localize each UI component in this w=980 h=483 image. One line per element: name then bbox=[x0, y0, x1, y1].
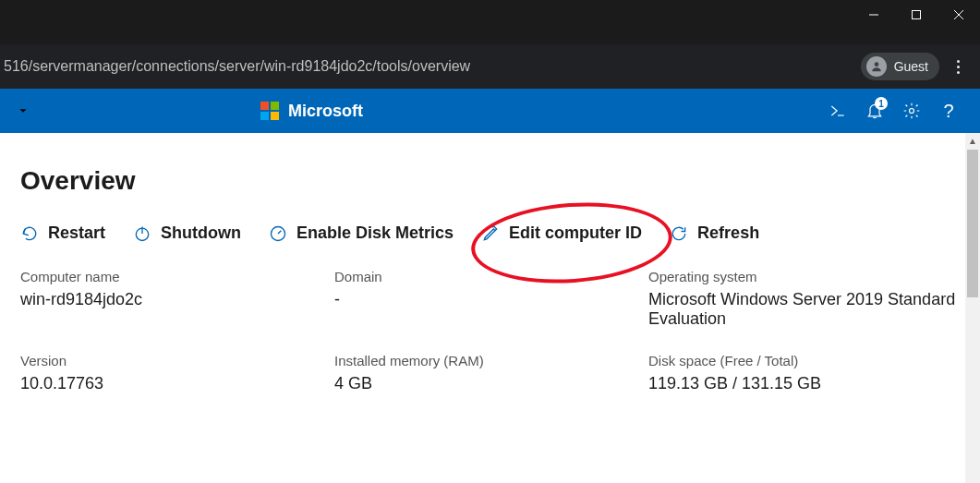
refresh-icon bbox=[670, 224, 688, 243]
terminal-icon bbox=[829, 102, 847, 120]
refresh-button[interactable]: Refresh bbox=[670, 223, 759, 243]
svg-line-11 bbox=[278, 230, 281, 233]
info-cell-installed-memory: Installed memory (RAM) 4 GB bbox=[334, 353, 648, 393]
scroll-up-arrow-icon[interactable]: ▲ bbox=[965, 133, 980, 148]
label-disk-space: Disk space (Free / Total) bbox=[648, 353, 960, 368]
label-computer-name: Computer name bbox=[20, 269, 334, 284]
browser-menu-button[interactable] bbox=[945, 60, 971, 74]
app-header: Microsoft 1 ? bbox=[0, 89, 980, 133]
help-button[interactable]: ? bbox=[930, 89, 967, 133]
info-cell-version: Version 10.0.17763 bbox=[20, 353, 334, 393]
restart-icon bbox=[20, 224, 39, 243]
info-cell-disk-space: Disk space (Free / Total) 119.13 GB / 13… bbox=[648, 353, 960, 393]
maximize-icon bbox=[911, 9, 922, 20]
gauge-icon bbox=[269, 224, 287, 243]
power-icon bbox=[133, 224, 151, 243]
profile-label: Guest bbox=[894, 59, 928, 74]
value-domain: - bbox=[334, 290, 648, 309]
edit-icon bbox=[481, 224, 500, 243]
vertical-scrollbar[interactable]: ▲ bbox=[965, 133, 980, 483]
window-close-button[interactable] bbox=[938, 0, 980, 30]
window-controls bbox=[853, 0, 980, 30]
page-title: Overview bbox=[20, 166, 960, 196]
restart-label: Restart bbox=[48, 223, 105, 243]
label-domain: Domain bbox=[334, 269, 648, 284]
help-icon: ? bbox=[943, 101, 953, 122]
refresh-label: Refresh bbox=[697, 223, 759, 243]
main-content: Overview Restart Shutdown Enable Disk Me… bbox=[0, 133, 980, 483]
notification-badge: 1 bbox=[875, 97, 888, 110]
window-maximize-button[interactable] bbox=[895, 0, 938, 30]
info-cell-operating-system: Operating system Microsoft Windows Serve… bbox=[648, 269, 960, 329]
nav-expand-button[interactable] bbox=[11, 104, 35, 117]
svg-point-7 bbox=[910, 109, 914, 114]
gear-icon bbox=[902, 102, 921, 120]
info-cell-domain: Domain - bbox=[334, 269, 648, 329]
edit-computer-id-label: Edit computer ID bbox=[509, 223, 642, 243]
shutdown-label: Shutdown bbox=[161, 223, 241, 243]
profile-button[interactable]: Guest bbox=[861, 53, 939, 80]
close-icon bbox=[953, 9, 964, 20]
powershell-button[interactable] bbox=[819, 89, 856, 133]
url-text[interactable]: 516/servermanager/connections/server/win… bbox=[0, 58, 850, 75]
label-operating-system: Operating system bbox=[648, 269, 960, 284]
value-computer-name: win-rd9184jdo2c bbox=[20, 290, 334, 309]
notifications-button[interactable]: 1 bbox=[856, 89, 893, 133]
scroll-thumb[interactable] bbox=[967, 150, 978, 297]
action-bar: Restart Shutdown Enable Disk Metrics Edi… bbox=[20, 223, 960, 243]
enable-disk-metrics-button[interactable]: Enable Disk Metrics bbox=[269, 223, 454, 243]
info-grid: Computer name win-rd9184jdo2c Domain - O… bbox=[20, 269, 960, 393]
value-version: 10.0.17763 bbox=[20, 374, 334, 393]
info-cell-computer-name: Computer name win-rd9184jdo2c bbox=[20, 269, 334, 329]
chevron-down-icon bbox=[17, 104, 30, 117]
value-installed-memory: 4 GB bbox=[334, 374, 648, 393]
value-disk-space: 119.13 GB / 131.15 GB bbox=[648, 374, 960, 393]
brand[interactable]: Microsoft bbox=[260, 102, 363, 121]
value-operating-system: Microsoft Windows Server 2019 Standard E… bbox=[648, 290, 960, 329]
svg-point-4 bbox=[874, 62, 878, 66]
svg-rect-1 bbox=[913, 11, 921, 19]
brand-text: Microsoft bbox=[288, 102, 363, 121]
enable-disk-metrics-label: Enable Disk Metrics bbox=[296, 223, 454, 243]
shutdown-button[interactable]: Shutdown bbox=[133, 223, 241, 243]
microsoft-logo-icon bbox=[260, 102, 279, 120]
label-installed-memory: Installed memory (RAM) bbox=[334, 353, 648, 368]
avatar-icon bbox=[866, 56, 887, 77]
settings-button[interactable] bbox=[893, 89, 930, 133]
edit-computer-id-button[interactable]: Edit computer ID bbox=[481, 223, 642, 243]
browser-address-bar: 516/servermanager/connections/server/win… bbox=[0, 44, 980, 89]
minimize-icon bbox=[868, 9, 879, 20]
window-titlebar bbox=[0, 0, 980, 44]
label-version: Version bbox=[20, 353, 334, 368]
window-minimize-button[interactable] bbox=[853, 0, 895, 30]
restart-button[interactable]: Restart bbox=[20, 223, 105, 243]
